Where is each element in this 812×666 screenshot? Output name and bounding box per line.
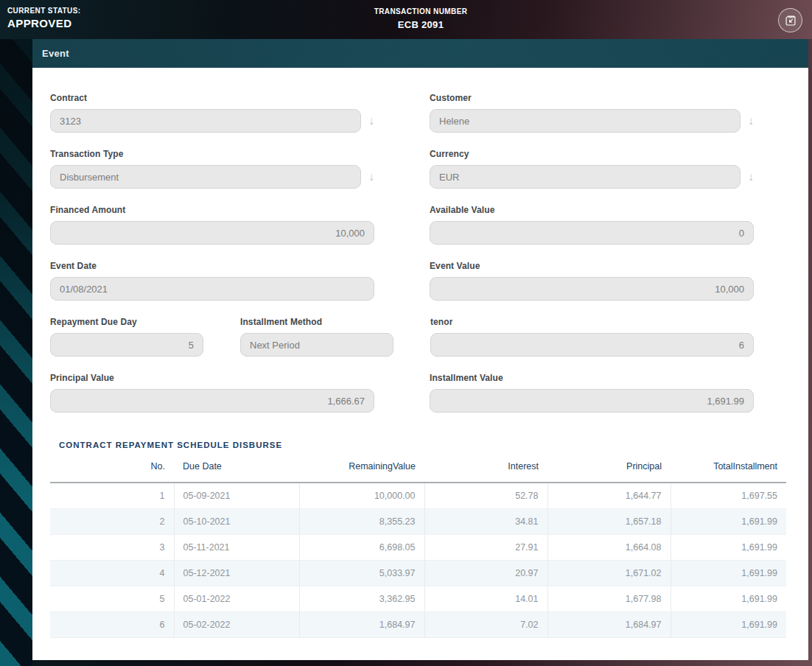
principal-value-label: Principal Value (50, 373, 374, 383)
cell-interest: 27.91 (424, 534, 547, 560)
cell-principal: 1,664.08 (547, 534, 671, 560)
document-return-icon (783, 13, 798, 28)
available-value-field-group: Available Value (430, 205, 754, 245)
cell-due-date: 05-01-2022 (174, 586, 299, 611)
cell-remaining-value: 8,355.23 (299, 508, 424, 534)
table-row: 4 05-12-2021 5,033.97 20.97 1,671.02 1,6… (50, 560, 786, 586)
column-header-principal: Principal (547, 461, 671, 483)
column-header-no: No. (50, 461, 174, 483)
event-value-field-group: Event Value (430, 261, 754, 301)
repayment-due-day-input[interactable] (50, 333, 203, 357)
currency-dropdown-icon[interactable]: ↓ (741, 171, 754, 183)
financed-amount-input[interactable] (50, 221, 374, 245)
transaction-type-dropdown-icon[interactable]: ↓ (361, 171, 374, 183)
event-date-field-group: Event Date (50, 261, 374, 301)
column-header-interest: Interest (424, 461, 547, 483)
installment-value-label: Installment Value (430, 373, 754, 383)
tenor-label: tenor (430, 317, 754, 327)
current-status-label: CURRENT STATUS: (7, 7, 81, 15)
cell-principal: 1,677.98 (547, 586, 671, 611)
cell-principal: 1,671.02 (547, 560, 671, 586)
currency-field-group: Currency ↓ (430, 149, 754, 189)
cell-no: 1 (50, 483, 174, 508)
cell-principal: 1,657.18 (547, 508, 671, 534)
repayment-schedule-table: No. Due Date RemainingValue Interest Pri… (50, 461, 786, 638)
cell-total-installment: 1,691.99 (671, 586, 786, 611)
table-row: 2 05-10-2021 8,355.23 34.81 1,657.18 1,6… (50, 508, 786, 534)
cell-due-date: 05-12-2021 (174, 560, 299, 586)
repayment-due-day-label: Repayment Due Day (50, 317, 203, 327)
app-header: CURRENT STATUS: APPROVED TRANSACTION NUM… (0, 0, 812, 39)
currency-label: Currency (430, 149, 754, 159)
installment-method-input[interactable] (240, 333, 393, 357)
transaction-type-field-group: Transaction Type ↓ (50, 149, 374, 189)
current-status: CURRENT STATUS: APPROVED (7, 7, 81, 29)
event-form: Contract ↓ Customer ↓ Transaction T (50, 93, 754, 413)
cell-interest: 52.78 (424, 483, 547, 508)
cell-interest: 34.81 (424, 508, 547, 534)
contract-dropdown-icon[interactable]: ↓ (361, 115, 374, 127)
cell-no: 3 (50, 534, 174, 560)
installment-method-field-group: Installment Method (240, 317, 393, 357)
contract-input[interactable] (50, 109, 361, 133)
customer-input[interactable] (430, 109, 741, 133)
event-value-input[interactable] (430, 277, 754, 301)
cell-no: 5 (50, 586, 174, 611)
transaction-type-label: Transaction Type (50, 149, 374, 159)
table-row: 6 05-02-2022 1,684.97 7.02 1,684.97 1,69… (50, 611, 786, 637)
event-date-label: Event Date (50, 261, 374, 271)
table-row: 1 05-09-2021 10,000.00 52.78 1,644.77 1,… (50, 483, 786, 508)
financed-amount-field-group: Financed Amount (50, 205, 374, 245)
transaction-number-label: TRANSACTION NUMBER (374, 7, 468, 16)
current-status-value: APPROVED (7, 17, 81, 29)
cell-remaining-value: 10,000.00 (299, 483, 424, 508)
cell-remaining-value: 1,684.97 (299, 611, 424, 637)
cell-total-installment: 1,691.99 (671, 534, 786, 560)
installment-value-input[interactable] (430, 389, 754, 413)
available-value-label: Available Value (430, 205, 754, 215)
cell-due-date: 05-10-2021 (174, 508, 299, 534)
event-panel: Event Contract ↓ Customer ↓ (32, 39, 808, 660)
column-header-total-installment: TotalInstallment (671, 461, 786, 483)
cell-interest: 14.01 (424, 586, 547, 611)
event-value-label: Event Value (430, 261, 754, 271)
table-row: 5 05-01-2022 3,362.95 14.01 1,677.98 1,6… (50, 586, 786, 611)
cell-remaining-value: 3,362.95 (299, 586, 424, 611)
cell-total-installment: 1,691.99 (671, 611, 786, 637)
cell-principal: 1,684.97 (547, 611, 671, 637)
transaction-number-value: ECB 2091 (374, 19, 468, 30)
panel-title-bar: Event (32, 39, 808, 68)
tenor-input[interactable] (430, 333, 754, 357)
background-stripes (0, 0, 32, 666)
installment-method-label: Installment Method (240, 317, 393, 327)
installment-value-field-group: Installment Value (430, 373, 754, 413)
document-return-button[interactable] (778, 8, 802, 32)
currency-input[interactable] (430, 165, 741, 189)
cell-no: 2 (50, 508, 174, 534)
panel-body: Contract ↓ Customer ↓ Transaction T (32, 68, 808, 660)
cell-principal: 1,644.77 (547, 483, 671, 508)
financed-amount-label: Financed Amount (50, 205, 374, 215)
customer-field-group: Customer ↓ (430, 93, 754, 133)
cell-due-date: 05-02-2022 (174, 611, 299, 637)
cell-total-installment: 1,697.55 (671, 483, 786, 508)
principal-value-field-group: Principal Value (50, 373, 374, 413)
principal-value-input[interactable] (50, 389, 374, 413)
column-header-remaining-value: RemainingValue (299, 461, 424, 483)
customer-dropdown-icon[interactable]: ↓ (741, 115, 754, 127)
cell-total-installment: 1,691.99 (671, 508, 786, 534)
transaction-type-input[interactable] (50, 165, 361, 189)
panel-title: Event (42, 48, 69, 59)
customer-label: Customer (430, 93, 754, 103)
tenor-field-group: tenor (430, 317, 754, 357)
contract-label: Contract (50, 93, 374, 103)
column-header-due-date: Due Date (174, 461, 299, 483)
available-value-input[interactable] (430, 221, 754, 245)
repayment-due-day-field-group: Repayment Due Day (50, 317, 203, 357)
event-date-input[interactable] (50, 277, 374, 301)
cell-remaining-value: 5,033.97 (299, 560, 424, 586)
cell-interest: 20.97 (424, 560, 547, 586)
cell-total-installment: 1,691.99 (671, 560, 786, 586)
cell-due-date: 05-11-2021 (174, 534, 299, 560)
cell-no: 4 (50, 560, 174, 586)
